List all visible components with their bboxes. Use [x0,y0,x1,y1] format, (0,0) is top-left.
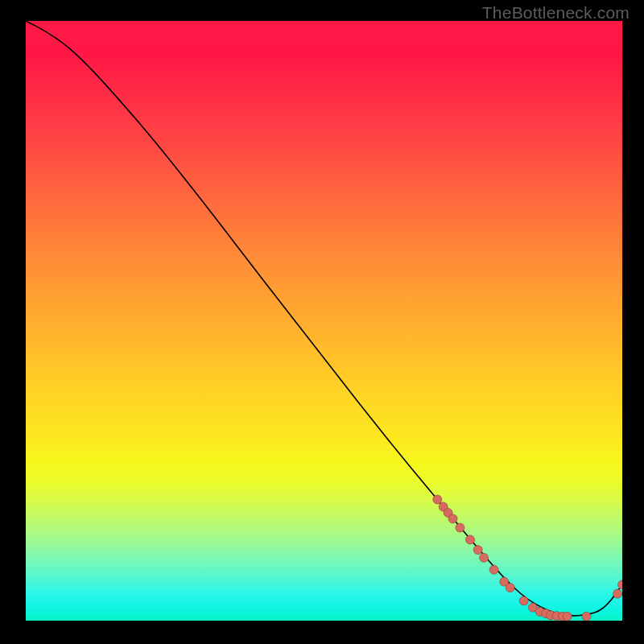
curve-marker [519,597,528,605]
curve-marker [480,553,489,562]
curve-marker [613,589,622,598]
curve-marker [473,546,482,555]
watermark-text: TheBottleneck.com [482,3,630,23]
chart-area [26,21,622,621]
curve-marker [582,612,591,621]
curve-marker [433,495,442,504]
curve-marker [489,565,498,574]
curve-marker [506,584,514,592]
bottleneck-curve [26,21,622,616]
curve-marker [563,612,572,621]
chart-svg [26,21,622,621]
curve-marker [466,535,475,544]
curve-marker [456,523,464,532]
curve-marker [618,580,623,589]
curve-marker [448,514,457,523]
curve-markers [433,495,622,621]
